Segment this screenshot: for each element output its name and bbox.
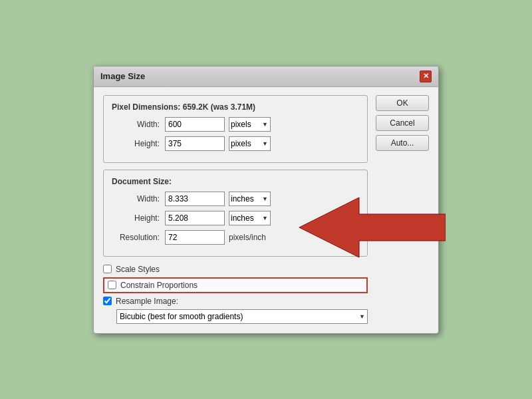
resample-image-checkbox[interactable] xyxy=(103,297,112,305)
left-panel: Pixel Dimensions: 659.2K (was 3.71M) Wid… xyxy=(103,95,368,325)
doc-height-label: Height: xyxy=(112,213,165,223)
doc-width-unit-select[interactable]: inches cm mm points picas percent xyxy=(229,192,271,206)
resample-image-row: Resample Image: xyxy=(103,297,368,306)
doc-height-input[interactable] xyxy=(165,211,225,225)
dialog-body: Pixel Dimensions: 659.2K (was 3.71M) Wid… xyxy=(94,87,438,333)
resample-image-label: Resample Image: xyxy=(116,297,178,306)
pixel-width-unit-select[interactable]: pixels percent xyxy=(229,117,271,132)
doc-height-unit-select-wrapper: inches cm mm points picas percent xyxy=(229,211,271,225)
pixel-width-unit-wrapper: pixels percent xyxy=(229,117,271,132)
pixel-dimensions-title: Pixel Dimensions: 659.2K (was 3.71M) xyxy=(112,102,359,112)
pixel-width-label: Width: xyxy=(112,120,165,129)
doc-resolution-input[interactable] xyxy=(165,230,225,245)
resample-method-select[interactable]: Bicubic (best for smooth gradients) Near… xyxy=(116,309,368,324)
constrain-proportions-checkbox[interactable] xyxy=(108,281,116,289)
doc-width-unit-select-wrapper: inches cm mm points picas percent xyxy=(229,192,271,206)
doc-width-label: Width: xyxy=(112,194,165,203)
close-button[interactable]: ✕ xyxy=(420,70,432,82)
pixel-height-unit-wrapper: pixels percent xyxy=(229,136,271,151)
ok-button[interactable]: OK xyxy=(376,95,429,111)
document-size-title: Document Size: xyxy=(112,177,359,186)
doc-height-unit-select[interactable]: inches cm mm points picas percent xyxy=(229,211,271,225)
doc-resolution-label: Resolution: xyxy=(112,233,165,242)
doc-width-unit-wrapper: inches cm mm points picas percent xyxy=(229,192,271,206)
pixel-width-unit-select-wrapper: pixels percent xyxy=(229,117,271,132)
constrain-proportions-row: Constrain Proportions xyxy=(103,277,368,293)
scale-styles-label: Scale Styles xyxy=(116,265,160,274)
pixel-height-input[interactable] xyxy=(165,136,225,151)
scale-styles-checkbox[interactable] xyxy=(103,265,112,273)
image-size-dialog: Image Size ✕ Pixel Dimensions: 659.2K (w… xyxy=(93,66,439,334)
resolution-unit-label: pixels/inch xyxy=(229,233,266,242)
title-bar: Image Size ✕ xyxy=(94,66,438,87)
pixel-height-unit-select[interactable]: pixels percent xyxy=(229,136,271,151)
right-panel: OK Cancel Auto... xyxy=(376,95,429,325)
scale-styles-row: Scale Styles xyxy=(103,265,368,274)
doc-height-row: Height: inches cm mm points picas xyxy=(112,211,359,225)
dialog-title: Image Size xyxy=(100,71,145,81)
doc-height-unit-wrapper: inches cm mm points picas percent xyxy=(229,211,271,225)
document-size-group: Document Size: Width: inches cm mm xyxy=(103,170,368,257)
resample-method-select-wrapper: Bicubic (best for smooth gradients) Near… xyxy=(116,309,368,324)
cancel-button[interactable]: Cancel xyxy=(376,115,429,131)
pixel-height-unit-select-wrapper: pixels percent xyxy=(229,136,271,151)
pixel-width-input[interactable] xyxy=(165,117,225,132)
doc-width-input[interactable] xyxy=(165,192,225,206)
options-section: Scale Styles Constrain Proportions Resam… xyxy=(103,263,368,325)
resample-method-row: Bicubic (best for smooth gradients) Near… xyxy=(116,309,368,324)
pixel-height-label: Height: xyxy=(112,139,165,148)
auto-button[interactable]: Auto... xyxy=(376,135,429,151)
doc-resolution-row: Resolution: pixels/inch xyxy=(112,230,359,245)
pixel-dimensions-group: Pixel Dimensions: 659.2K (was 3.71M) Wid… xyxy=(103,95,368,163)
constrain-proportions-label: Constrain Proportions xyxy=(120,281,198,290)
pixel-width-row: Width: pixels percent xyxy=(112,117,359,132)
pixel-height-row: Height: pixels percent xyxy=(112,136,359,151)
doc-width-row: Width: inches cm mm points picas p xyxy=(112,192,359,206)
